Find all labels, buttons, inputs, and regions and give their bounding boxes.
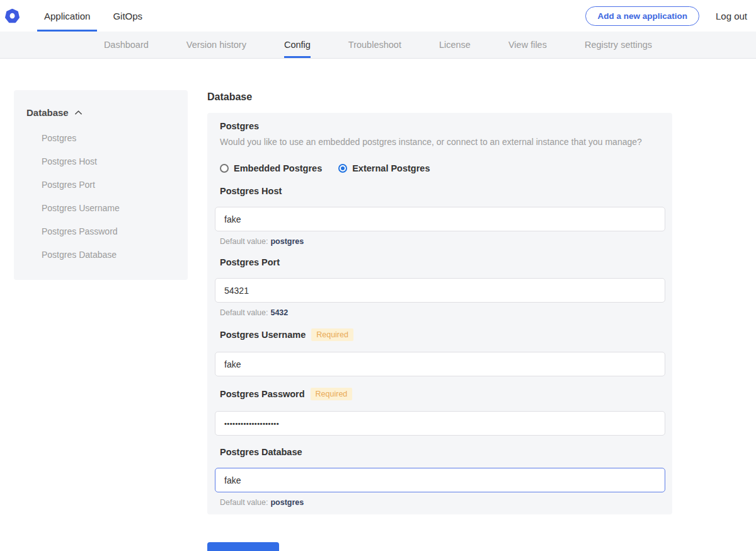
tab-application[interactable]: Application — [37, 0, 97, 32]
postgres-password-input[interactable] — [215, 411, 665, 436]
postgres-host-input[interactable] — [215, 207, 665, 231]
radio-unselected-icon — [220, 164, 229, 173]
default-value-hint: Default value:5432 — [220, 308, 665, 317]
postgres-database-input[interactable] — [215, 468, 665, 492]
postgres-port-input[interactable] — [215, 278, 665, 303]
hint-value: 5432 — [270, 308, 288, 317]
required-badge: Required — [311, 388, 353, 400]
embedded-postgres-radio[interactable]: Embedded Postgres — [220, 163, 322, 173]
sidebar-item-postgres[interactable]: Postgres — [26, 126, 175, 149]
group-help-text: Would you like to use an embedded postgr… — [220, 137, 665, 147]
subnav-config[interactable]: Config — [284, 32, 311, 58]
app-sub-nav: Dashboard Version history Config Trouble… — [0, 32, 756, 59]
tab-gitops[interactable]: GitOps — [106, 0, 149, 32]
embedded-postgres-label: Embedded Postgres — [234, 163, 322, 173]
app-logo[interactable] — [5, 0, 20, 32]
sidebar-item-postgres-username[interactable]: Postgres Username — [26, 196, 175, 219]
sidebar-item-postgres-port[interactable]: Postgres Port — [26, 173, 175, 196]
hint-value: postgres — [270, 498, 304, 507]
hint-label: Default value: — [220, 237, 268, 246]
tab-gitops-label: GitOps — [113, 11, 142, 21]
save-config-button[interactable]: Save config — [207, 542, 279, 551]
radio-selected-icon — [338, 164, 347, 173]
subnav-version-history[interactable]: Version history — [186, 32, 246, 58]
subnav-registry-settings[interactable]: Registry settings — [585, 32, 652, 58]
field-label: Postgres Database — [220, 447, 302, 457]
postgres-host-label-row: Postgres Host — [220, 186, 665, 196]
app-logo-icon — [5, 9, 20, 23]
subnav-dashboard[interactable]: Dashboard — [104, 32, 149, 58]
page-title: Database — [207, 91, 672, 103]
group-label: Postgres — [220, 121, 665, 131]
postgres-port-label-row: Postgres Port — [220, 257, 665, 267]
sidebar-item-postgres-password[interactable]: Postgres Password — [26, 219, 175, 243]
config-group-card: Postgres Would you like to use an embedd… — [207, 113, 672, 514]
postgres-type-radio-group: Embedded Postgres External Postgres — [220, 163, 665, 173]
sidebar-item-postgres-database[interactable]: Postgres Database — [26, 243, 175, 266]
postgres-password-label-row: Postgres Password Required — [220, 388, 665, 400]
field-label: Postgres Port — [220, 257, 280, 267]
required-badge: Required — [311, 328, 353, 341]
top-nav: Application GitOps Add a new application… — [0, 0, 756, 32]
config-sidebar: Database Postgres Postgres Host Postgres… — [14, 90, 188, 280]
default-value-hint: Default value:postgres — [220, 237, 665, 246]
default-value-hint: Default value:postgres — [220, 498, 665, 507]
sidebar-items: Postgres Postgres Host Postgres Port Pos… — [26, 126, 175, 266]
tab-application-label: Application — [44, 11, 90, 21]
chevron-up-icon — [74, 110, 83, 115]
hint-label: Default value: — [220, 308, 268, 317]
subnav-license[interactable]: License — [439, 32, 471, 58]
field-label: Postgres Password — [220, 389, 305, 399]
app-tabs: Application GitOps — [37, 0, 149, 32]
hint-value: postgres — [270, 237, 304, 246]
postgres-username-label-row: Postgres Username Required — [220, 328, 665, 341]
external-postgres-label: External Postgres — [352, 163, 430, 173]
external-postgres-radio[interactable]: External Postgres — [338, 163, 430, 173]
sidebar-item-postgres-host[interactable]: Postgres Host — [26, 149, 175, 173]
config-content: Database Postgres Postgres Host Postgres… — [0, 90, 756, 551]
sidebar-group-label: Database — [26, 107, 69, 118]
subnav-view-files[interactable]: View files — [508, 32, 547, 58]
sidebar-group-database[interactable]: Database — [26, 107, 175, 118]
logout-link[interactable]: Log out — [716, 11, 747, 21]
add-new-application-button[interactable]: Add a new application — [585, 6, 699, 26]
field-label: Postgres Host — [220, 186, 282, 196]
postgres-username-input[interactable] — [215, 352, 665, 376]
postgres-database-label-row: Postgres Database — [220, 447, 665, 457]
subnav-troubleshoot[interactable]: Troubleshoot — [348, 32, 401, 58]
field-label: Postgres Username — [220, 330, 306, 340]
config-main: Database Postgres Would you like to use … — [207, 90, 672, 551]
hint-label: Default value: — [220, 498, 268, 507]
